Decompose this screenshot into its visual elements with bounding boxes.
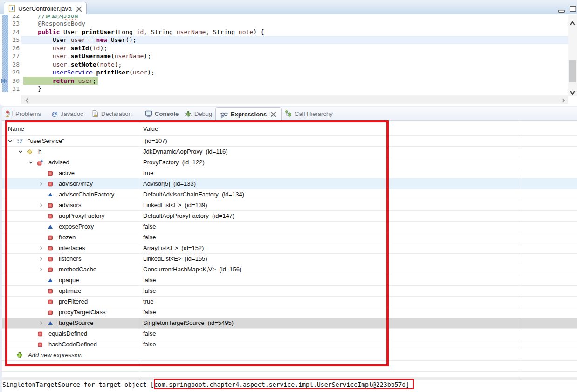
package-field-icon xyxy=(47,191,54,198)
code-line-31[interactable]: } xyxy=(23,85,41,93)
table-row[interactable]: advisorArrayAdvisor[5] (id=133) xyxy=(2,178,577,189)
editor-horizontal-scrollbar[interactable] xyxy=(21,95,568,104)
code-line-25[interactable]: User user = new User(); xyxy=(23,36,137,44)
code-line-24[interactable]: public User printUser(Long id, String us… xyxy=(23,28,264,36)
debug-pointer-icon xyxy=(0,77,10,85)
column-header-name[interactable]: Name xyxy=(8,123,24,134)
scroll-up-icon[interactable] xyxy=(570,19,576,24)
add-expression-icon xyxy=(16,351,23,359)
panel-tab-expressions[interactable]: x= Expressions xyxy=(215,107,282,121)
table-row[interactable]: listenersLinkedList<E> (id=155) xyxy=(2,253,577,264)
tree-expanded-icon[interactable] xyxy=(27,159,34,166)
table-row[interactable]: exposeProxyfalse xyxy=(2,221,577,232)
table-row[interactable]: FadvisedProxyFactory (id=122) xyxy=(2,157,577,168)
scroll-left-icon[interactable] xyxy=(24,97,30,102)
scroll-down-icon[interactable] xyxy=(570,88,576,93)
console-icon xyxy=(145,110,152,117)
private-final-field-icon: F xyxy=(36,159,44,166)
maximize-icon xyxy=(570,6,576,12)
expression-name: interfaces xyxy=(59,243,85,253)
table-row[interactable] xyxy=(2,360,577,371)
table-row[interactable]: hJdkDynamicAopProxy (id=116) xyxy=(2,146,577,157)
svg-text:F: F xyxy=(41,159,43,163)
table-row[interactable]: aopProxyFactoryDefaultAopProxyFactory (i… xyxy=(2,210,577,221)
panel-tab-label: Expressions xyxy=(231,111,267,118)
expression-name: aopProxyFactory xyxy=(59,210,104,221)
table-row[interactable]: methodCacheConcurrentHashMap<K,V> (id=15… xyxy=(2,264,577,275)
tree-collapsed-icon[interactable] xyxy=(37,266,45,273)
table-row[interactable]: x+y =?"userService" (id=107) xyxy=(2,135,577,146)
table-row[interactable]: optimizefalse xyxy=(2,285,577,296)
table-row[interactable]: Add new expression xyxy=(2,350,577,360)
code-line-29[interactable]: userService.printUser(user); xyxy=(23,68,155,77)
table-row[interactable]: equalsDefinedfalse xyxy=(2,328,577,339)
editor-tab-usercontroller[interactable]: J UserController.java xyxy=(4,2,87,14)
expressions-icon: x= xyxy=(220,110,228,118)
panel-tab-problems[interactable]: Problems xyxy=(6,107,41,120)
table-row[interactable]: preFilteredtrue xyxy=(2,296,577,307)
code-line-23[interactable]: @ResponseBody xyxy=(23,20,85,28)
scroll-right-icon[interactable] xyxy=(561,97,566,102)
tree-collapsed-icon[interactable] xyxy=(37,180,45,188)
expression-value: false xyxy=(143,275,156,285)
table-row[interactable]: proxyTargetClassfalse xyxy=(2,307,577,318)
column-header-value[interactable]: Value xyxy=(143,123,158,134)
maximize-view-button[interactable] xyxy=(570,5,576,14)
panel-tab-declaration[interactable]: Declaration xyxy=(91,107,132,120)
close-tab-icon[interactable] xyxy=(270,111,277,117)
code-line-30[interactable]: return user; xyxy=(23,77,96,85)
panel-tab-javadoc[interactable]: @ Javadoc xyxy=(51,107,83,120)
panel-tab-debug[interactable]: Debug xyxy=(185,107,212,120)
java-file-icon: J xyxy=(8,5,15,12)
package-field-icon xyxy=(47,191,54,198)
table-row[interactable]: frozenfalse xyxy=(2,232,577,243)
chevron-right-icon xyxy=(561,98,566,103)
detail-pane[interactable]: SingletonTargetSource for target object … xyxy=(2,380,577,392)
code-editor[interactable]: 22 //返回为JSON23 @ResponseBody24 public Us… xyxy=(0,15,577,96)
table-row[interactable]: activetrue xyxy=(2,168,577,178)
table-row[interactable]: advisorChainFactoryDefaultAdvisorChainFa… xyxy=(2,189,577,200)
table-row[interactable]: advisorsLinkedList<E> (id=139) xyxy=(2,200,577,210)
code-line-27[interactable]: user.setUsername(userName); xyxy=(23,52,151,61)
tree-collapsed-icon[interactable] xyxy=(37,319,45,327)
tree-collapsed-icon[interactable] xyxy=(37,244,45,252)
expression-value: false xyxy=(143,339,156,350)
table-row[interactable]: targetSourceSingletonTargetSource (id=54… xyxy=(2,318,577,328)
protected-field-icon xyxy=(26,148,34,155)
table-row[interactable]: opaquefalse xyxy=(2,275,577,285)
code-line-22[interactable]: //返回为JSON xyxy=(23,15,78,20)
private-field-icon xyxy=(47,298,54,305)
tree-expanded-icon[interactable] xyxy=(17,148,24,155)
scrollbar-thumb[interactable] xyxy=(569,60,576,82)
private-field-icon xyxy=(47,309,54,316)
panel-tab-label: Declaration xyxy=(101,110,132,117)
minimize-view-button[interactable] xyxy=(558,7,565,15)
expression-name: advised xyxy=(48,157,69,168)
expressions-view: Problems @ Javadoc Declaration Console D… xyxy=(2,107,577,392)
tree-collapsed-icon[interactable] xyxy=(37,202,45,209)
panel-tab-call-hierarchy[interactable]: Call Hierarchy xyxy=(285,107,333,120)
panel-tab-console[interactable]: Console xyxy=(145,107,179,120)
column-divider[interactable] xyxy=(140,121,140,377)
tree-expanded-icon[interactable] xyxy=(7,137,14,145)
editor-tabbar: J UserController.java xyxy=(0,1,577,14)
expression-value: SingletonTargetSource (id=5495) xyxy=(143,318,234,328)
expressions-table: NameValuex+y =?"userService" (id=107)hJd… xyxy=(2,121,577,377)
expression-icon: x+y =? xyxy=(16,137,23,145)
code-line-26[interactable]: user.setId(id); xyxy=(23,44,107,53)
table-row[interactable]: interfacesArrayList<E> (id=152) xyxy=(2,243,577,253)
chevron-left-icon xyxy=(24,98,30,103)
java-file-icon: J xyxy=(8,5,15,12)
detail-pane-sash[interactable] xyxy=(2,377,577,380)
problems-icon xyxy=(6,110,13,117)
tree-collapsed-icon[interactable] xyxy=(37,255,45,263)
column-divider[interactable] xyxy=(521,121,521,377)
line-number: 29 xyxy=(9,68,20,77)
code-line-28[interactable]: user.setNote(note); xyxy=(23,61,122,69)
expression-name: optimize xyxy=(59,285,81,296)
editor-tab-close-icon[interactable] xyxy=(76,6,82,12)
tree-expanded-icon xyxy=(27,159,34,166)
table-row[interactable]: hashCodeDefinedfalse xyxy=(2,339,577,350)
expression-name: frozen xyxy=(59,232,76,243)
editor-vertical-scrollbar[interactable] xyxy=(568,15,577,96)
